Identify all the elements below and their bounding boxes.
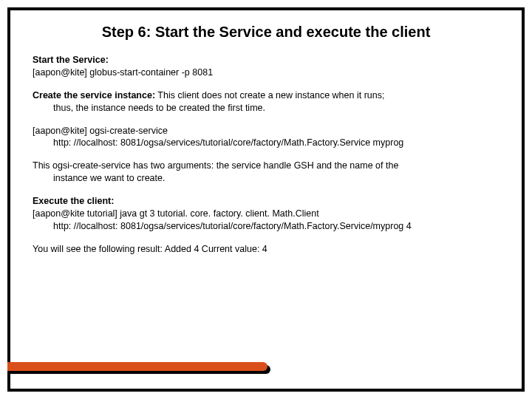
start-service-section: Start the Service: [aapon@kite] globus-s… [33,54,499,79]
result-section: You will see the following result: Added… [33,243,499,256]
ogsi-cmd-line1: [aapon@kite] ogsi-create-service [33,126,168,136]
ogsi-desc-line1: This ogsi-create-service has two argumen… [33,160,398,171]
create-instance-label: Create the service instance: [33,90,155,100]
create-instance-line2: thus, the instance needs to be created t… [33,102,499,115]
execute-client-section: Execute the client: [aapon@kite tutorial… [33,195,499,233]
ogsi-desc-line2: instance we want to create. [33,172,499,185]
execute-client-line2: http: //localhost: 8081/ogsa/services/tu… [33,220,499,233]
accent-bar [7,362,267,371]
ogsi-desc-section: This ogsi-create-service has two argumen… [33,160,499,185]
title-step: Step 6: [102,24,151,40]
slide-title: Step 6: Start the Service and execute th… [33,24,499,41]
create-instance-text: This client does not create a new instan… [155,90,384,100]
execute-client-line1: [aapon@kite tutorial] java gt 3 tutorial… [33,208,319,219]
execute-client-label: Execute the client: [33,196,114,206]
start-service-cmd: [aapon@kite] globus-start-container -p 8… [33,67,213,78]
start-service-label: Start the Service: [33,55,109,65]
create-instance-section: Create the service instance: This client… [33,89,499,115]
result-text: You will see the following result: Added… [33,244,267,254]
accent-orange [7,362,267,371]
ogsi-cmd-section: [aapon@kite] ogsi-create-service http: /… [33,125,499,150]
ogsi-cmd-line2: http: //localhost: 8081/ogsa/services/tu… [33,137,499,149]
slide-frame: Step 6: Start the Service and execute th… [7,7,525,392]
title-text: Start the Service and execute the client [151,24,430,40]
